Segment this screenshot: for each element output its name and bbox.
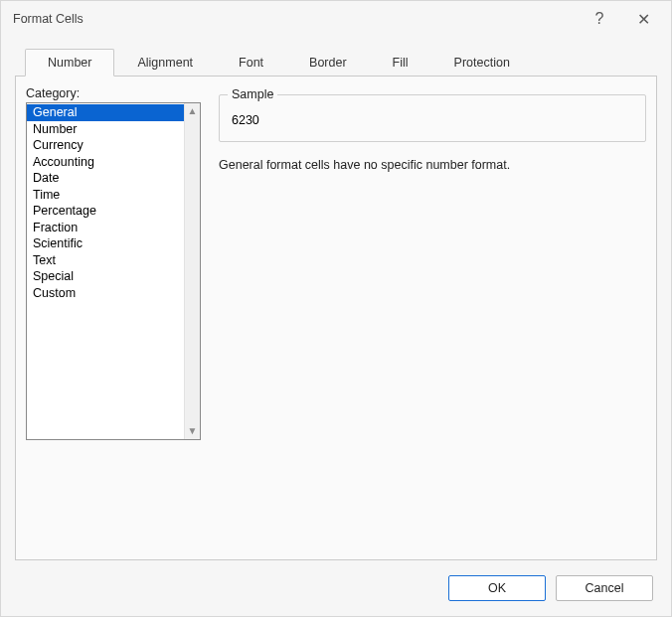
category-label: Category: xyxy=(26,86,201,100)
category-item[interactable]: Currency xyxy=(27,137,184,154)
tab-label: Number xyxy=(48,56,91,70)
tab-number[interactable]: Number xyxy=(25,49,114,77)
close-icon: ✕ xyxy=(637,10,650,29)
tab-border[interactable]: Border xyxy=(286,49,370,76)
category-listbox[interactable]: GeneralNumberCurrencyAccountingDateTimeP… xyxy=(26,102,201,440)
tab-label: Protection xyxy=(454,56,510,70)
scroll-up-icon[interactable]: ▲ xyxy=(185,105,200,117)
tab-label: Border xyxy=(309,56,347,70)
cancel-button[interactable]: Cancel xyxy=(556,575,653,601)
sample-value: 6230 xyxy=(230,111,635,131)
tab-font[interactable]: Font xyxy=(216,49,286,76)
category-item[interactable]: Time xyxy=(27,187,184,204)
tab-strip: Number Alignment Font Border Fill Protec… xyxy=(15,49,657,77)
format-cells-dialog: Format Cells ? ✕ Number Alignment Font B… xyxy=(0,0,672,617)
category-item[interactable]: Text xyxy=(27,252,184,269)
panel-number: Category: GeneralNumberCurrencyAccountin… xyxy=(15,77,657,560)
category-item[interactable]: Special xyxy=(27,268,184,285)
tab-label: Alignment xyxy=(137,56,193,70)
help-button[interactable]: ? xyxy=(578,4,621,34)
window-title: Format Cells xyxy=(13,12,578,26)
tab-alignment[interactable]: Alignment xyxy=(114,49,216,76)
help-icon: ? xyxy=(595,10,604,28)
category-item[interactable]: Number xyxy=(27,121,184,138)
category-section: Category: GeneralNumberCurrencyAccountin… xyxy=(26,86,201,549)
titlebar: Format Cells ? ✕ xyxy=(1,1,671,37)
category-item[interactable]: Date xyxy=(27,170,184,187)
tab-label: Font xyxy=(239,56,263,70)
tab-label: Fill xyxy=(393,56,409,70)
close-button[interactable]: ✕ xyxy=(621,4,665,34)
tab-protection[interactable]: Protection xyxy=(431,49,533,76)
category-item[interactable]: Percentage xyxy=(27,203,184,220)
category-item[interactable]: Custom xyxy=(27,285,184,302)
scrollbar[interactable]: ▲ ▼ xyxy=(184,103,200,439)
category-item[interactable]: Fraction xyxy=(27,220,184,236)
tab-fill[interactable]: Fill xyxy=(370,49,431,76)
dialog-footer: OK Cancel xyxy=(1,560,671,616)
category-item[interactable]: Scientific xyxy=(27,235,184,252)
scroll-down-icon[interactable]: ▼ xyxy=(185,425,200,437)
category-item[interactable]: Accounting xyxy=(27,154,184,171)
format-description: General format cells have no specific nu… xyxy=(219,158,646,172)
right-section: Sample 6230 General format cells have no… xyxy=(219,86,646,549)
sample-legend: Sample xyxy=(228,87,277,101)
sample-group: Sample 6230 xyxy=(219,94,646,142)
category-item[interactable]: General xyxy=(27,104,184,121)
ok-button[interactable]: OK xyxy=(448,575,546,601)
